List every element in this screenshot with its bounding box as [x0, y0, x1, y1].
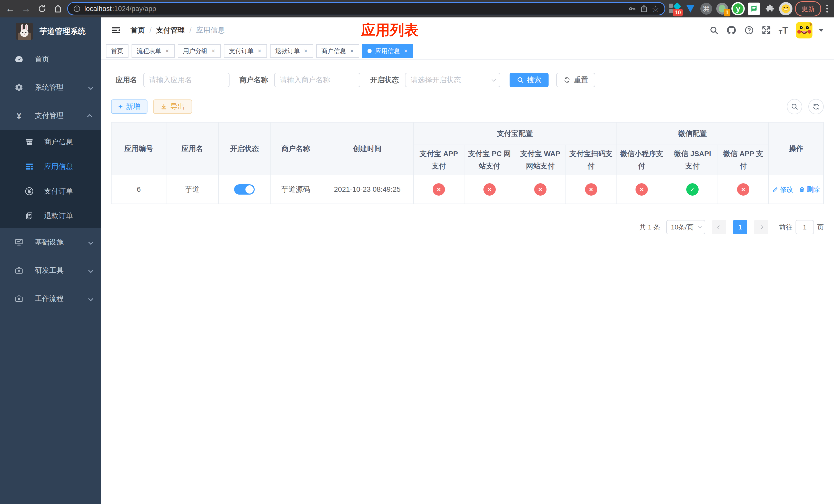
- sidebar-item-infra[interactable]: 基础设施: [0, 228, 101, 256]
- breadcrumb-home[interactable]: 首页: [131, 25, 145, 35]
- sidebar-item-label: 研发工具: [35, 266, 64, 275]
- tab-process-form[interactable]: 流程表单×: [132, 44, 175, 58]
- col-merchant: 商户名称: [270, 122, 321, 175]
- sidebar-item-merchant-info[interactable]: 商户信息: [0, 130, 101, 154]
- table-grid-icon: [25, 162, 34, 171]
- close-icon[interactable]: ×: [303, 47, 308, 54]
- sidebar-item-home[interactable]: 首页: [0, 45, 101, 73]
- reset-button[interactable]: 重置: [556, 73, 595, 87]
- add-button[interactable]: + 新增: [111, 99, 148, 114]
- reload-icon: [38, 4, 46, 13]
- sidebar-item-refund-order[interactable]: 退款订单: [0, 204, 101, 228]
- close-icon[interactable]: ×: [211, 47, 216, 54]
- status-label: 开启状态: [370, 75, 399, 85]
- tab-user-group[interactable]: 用户分组×: [178, 44, 221, 58]
- profile-avatar-icon[interactable]: [779, 2, 792, 16]
- close-icon[interactable]: ×: [165, 47, 170, 54]
- tab-home[interactable]: 首页: [106, 44, 129, 58]
- chevron-down-icon: [88, 296, 93, 301]
- dashboard-icon: [14, 54, 24, 64]
- sidebar-item-dev-tools[interactable]: 研发工具: [0, 256, 101, 284]
- header-search-icon[interactable]: [709, 26, 719, 35]
- browser-home-button[interactable]: [51, 2, 65, 15]
- sidebar-item-label: 系统管理: [35, 83, 64, 92]
- sidebar-item-workflow[interactable]: 工作流程: [0, 284, 101, 313]
- address-bar[interactable]: localhost:1024/pay/app ☆: [67, 2, 665, 15]
- extensions-puzzle-icon[interactable]: [763, 2, 776, 16]
- yen-icon: ¥: [14, 111, 24, 121]
- browser-menu-icon[interactable]: [824, 5, 830, 13]
- monitor-chart-icon: [14, 238, 24, 247]
- search-button[interactable]: 搜索: [510, 73, 549, 87]
- goto-page-input[interactable]: [795, 220, 814, 234]
- edit-link[interactable]: 修改: [772, 185, 793, 194]
- merchant-name-input[interactable]: [274, 73, 360, 87]
- close-icon[interactable]: ×: [403, 47, 408, 54]
- extension-sketch-icon[interactable]: 10: [668, 2, 681, 16]
- sidebar-collapse-icon[interactable]: [109, 23, 124, 38]
- app-name-input[interactable]: [144, 73, 229, 87]
- col-app-name: 应用名: [166, 122, 219, 175]
- sidebar-item-payment[interactable]: ¥ 支付管理: [0, 101, 101, 130]
- delete-link[interactable]: 删除: [799, 185, 820, 194]
- sidebar-item-system[interactable]: 系统管理: [0, 73, 101, 101]
- toggle-search-button[interactable]: [787, 99, 802, 114]
- col-alipay-wap: 支付宝 WAP 网站支付: [515, 145, 566, 175]
- page-number[interactable]: 1: [733, 220, 747, 234]
- browser-reload-button[interactable]: [36, 2, 49, 15]
- github-icon[interactable]: [726, 25, 737, 36]
- active-dot-icon: [368, 49, 372, 53]
- col-wx-app: 微信 APP 支付: [718, 145, 769, 175]
- extension-gem-icon[interactable]: [684, 2, 697, 16]
- page-content: 应用名 商户名称 开启状态 请选择开启状态 搜索 重置: [101, 60, 834, 504]
- close-icon[interactable]: ×: [257, 47, 262, 54]
- sidebar-item-label: 应用信息: [44, 162, 73, 171]
- share-icon[interactable]: [640, 5, 648, 13]
- close-icon[interactable]: ×: [350, 47, 354, 54]
- browser-back-button[interactable]: ←: [4, 2, 17, 15]
- help-icon[interactable]: [744, 25, 754, 35]
- page-size-select[interactable]: 10条/页: [666, 220, 705, 234]
- chevron-down-icon: [88, 240, 93, 245]
- tab-merchant-info[interactable]: 商户信息×: [316, 44, 359, 58]
- prev-page-button[interactable]: [712, 220, 726, 234]
- chevron-down-icon: [88, 85, 93, 90]
- export-button[interactable]: 导出: [153, 99, 192, 114]
- tab-pay-order[interactable]: 支付订单×: [224, 44, 267, 58]
- page-title-annotation: 应用列表: [361, 21, 419, 40]
- sidebar-logo[interactable]: 芋道管理系统: [0, 18, 101, 45]
- tab-refund-order[interactable]: 退款订单×: [270, 44, 313, 58]
- search-form: 应用名 商户名称 开启状态 请选择开启状态 搜索 重置: [111, 73, 824, 87]
- col-status: 开启状态: [219, 122, 270, 175]
- bookmark-star-icon[interactable]: ☆: [652, 4, 659, 14]
- pencil-icon: [772, 186, 778, 192]
- extension-recorder-icon[interactable]: 1: [716, 2, 729, 16]
- font-size-icon[interactable]: TT: [778, 25, 788, 36]
- breadcrumb-payment[interactable]: 支付管理: [156, 25, 185, 35]
- extension-cmd-icon[interactable]: ⌘: [700, 2, 713, 16]
- browser-update-button[interactable]: 更新: [795, 1, 821, 17]
- next-page-button[interactable]: [754, 220, 768, 234]
- extension-y-icon[interactable]: y: [731, 2, 745, 16]
- channel-status-icon: ✓: [686, 183, 699, 196]
- status-select[interactable]: 请选择开启状态: [405, 73, 500, 87]
- status-toggle[interactable]: [234, 184, 255, 194]
- site-info-icon[interactable]: [73, 5, 81, 13]
- chevron-down-icon: [698, 225, 702, 228]
- avatar-caret-icon[interactable]: [819, 29, 824, 32]
- user-avatar[interactable]: [796, 22, 812, 39]
- sidebar-item-pay-order[interactable]: 支付订单: [0, 179, 101, 204]
- refresh-table-button[interactable]: [808, 99, 824, 114]
- sidebar-item-app-info[interactable]: 应用信息: [0, 154, 101, 179]
- page-unit-label: 页: [817, 223, 824, 232]
- breadcrumb: 首页 / 支付管理 / 应用信息: [131, 25, 225, 35]
- browser-forward-button[interactable]: →: [20, 2, 33, 15]
- password-key-icon[interactable]: [628, 5, 636, 13]
- pagination: 共 1 条 10条/页 1 前往 页: [111, 220, 824, 234]
- extension-chat-icon[interactable]: [747, 2, 761, 16]
- search-icon: [517, 76, 524, 84]
- tab-app-info[interactable]: 应用信息×: [363, 44, 413, 58]
- payment-submenu: 商户信息 应用信息 支付订单 退款订单: [0, 130, 101, 228]
- cell-app-id: 6: [111, 175, 166, 204]
- fullscreen-icon[interactable]: [762, 26, 771, 35]
